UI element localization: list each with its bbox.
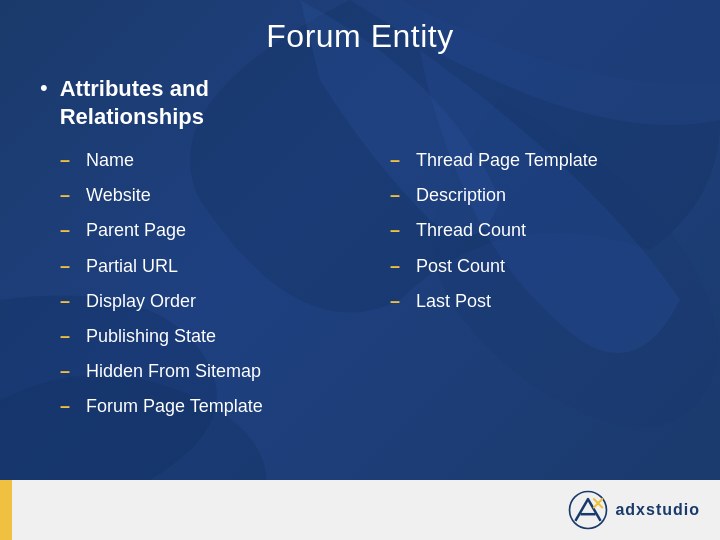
list-item: – Thread Count xyxy=(390,218,680,243)
dash-icon: – xyxy=(60,148,76,173)
list-item: – Post Count xyxy=(390,254,680,279)
logo-area: adxstudio xyxy=(567,489,700,531)
list-item: – Name xyxy=(60,148,390,173)
list-item: – Display Order xyxy=(60,289,390,314)
item-label: Publishing State xyxy=(86,324,216,349)
dash-icon: – xyxy=(390,218,406,243)
item-label: Forum Page Template xyxy=(86,394,263,419)
list-item: – Partial URL xyxy=(60,254,390,279)
columns-container: – Name – Website – Parent Page – Partial… xyxy=(60,148,680,430)
bottom-bar: adxstudio xyxy=(0,480,720,540)
dash-icon: – xyxy=(60,254,76,279)
content-area: • Attributes andRelationships – Name – W… xyxy=(0,65,720,480)
list-item: – Website xyxy=(60,183,390,208)
list-item: – Description xyxy=(390,183,680,208)
svg-point-0 xyxy=(570,492,607,529)
dash-icon: – xyxy=(60,359,76,384)
left-column: – Name – Website – Parent Page – Partial… xyxy=(60,148,390,430)
dash-icon: – xyxy=(60,183,76,208)
item-label: Post Count xyxy=(416,254,505,279)
list-item: – Last Post xyxy=(390,289,680,314)
item-label: Hidden From Sitemap xyxy=(86,359,261,384)
dash-icon: – xyxy=(390,148,406,173)
item-label: Parent Page xyxy=(86,218,186,243)
dash-icon: – xyxy=(390,289,406,314)
list-item: – Publishing State xyxy=(60,324,390,349)
list-item: – Thread Page Template xyxy=(390,148,680,173)
dash-icon: – xyxy=(60,218,76,243)
dash-icon: – xyxy=(60,324,76,349)
dash-icon: – xyxy=(60,289,76,314)
item-label: Name xyxy=(86,148,134,173)
dash-icon: – xyxy=(60,394,76,419)
list-item: – Forum Page Template xyxy=(60,394,390,419)
bullet-header: • Attributes andRelationships xyxy=(40,75,680,130)
slide-container: Forum Entity • Attributes andRelationshi… xyxy=(0,0,720,540)
logo-icon xyxy=(567,489,609,531)
item-label: Website xyxy=(86,183,151,208)
list-item: – Hidden From Sitemap xyxy=(60,359,390,384)
bullet-header-text: Attributes andRelationships xyxy=(60,75,209,130)
dash-icon: – xyxy=(390,254,406,279)
item-label: Partial URL xyxy=(86,254,178,279)
item-label: Thread Page Template xyxy=(416,148,598,173)
item-label: Description xyxy=(416,183,506,208)
bullet-dot: • xyxy=(40,77,48,99)
item-label: Display Order xyxy=(86,289,196,314)
right-column: – Thread Page Template – Description – T… xyxy=(390,148,680,430)
list-item: – Parent Page xyxy=(60,218,390,243)
logo-text: adxstudio xyxy=(615,501,700,519)
item-label: Last Post xyxy=(416,289,491,314)
slide-title: Forum Entity xyxy=(0,18,720,55)
dash-icon: – xyxy=(390,183,406,208)
title-area: Forum Entity xyxy=(0,0,720,65)
item-label: Thread Count xyxy=(416,218,526,243)
